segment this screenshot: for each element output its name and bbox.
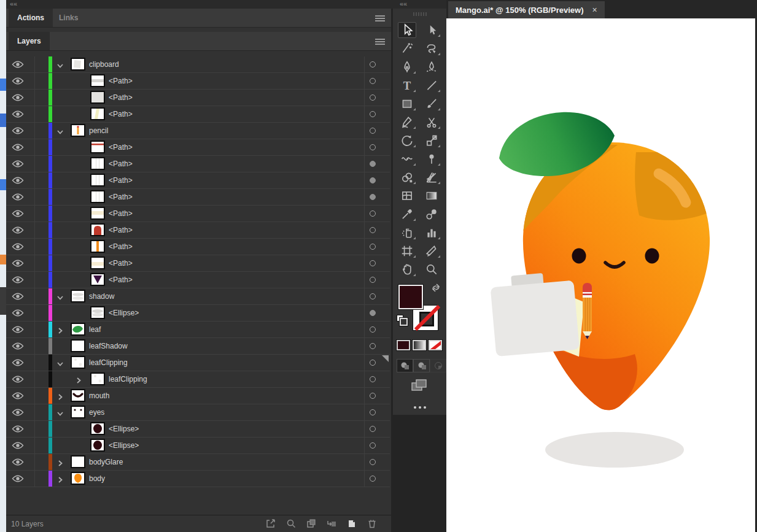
target-circle[interactable]	[370, 161, 376, 167]
layer-row[interactable]: shadow	[6, 288, 390, 305]
visibility-eye-icon[interactable]	[12, 242, 24, 251]
draw-behind-button[interactable]	[413, 359, 430, 372]
layer-row[interactable]: <Path>	[6, 206, 390, 222]
layer-name[interactable]: body	[89, 474, 105, 483]
visibility-eye-icon[interactable]	[12, 458, 24, 466]
color-button[interactable]	[397, 340, 410, 350]
visibility-eye-icon[interactable]	[12, 441, 24, 450]
layer-row[interactable]: <Path>	[6, 222, 390, 239]
layer-row[interactable]: leafClipping	[6, 355, 390, 371]
target-circle[interactable]	[370, 94, 376, 101]
layer-name[interactable]: <Path>	[109, 193, 133, 201]
curvature-tool[interactable]	[419, 58, 444, 76]
target-circle[interactable]	[370, 293, 376, 299]
layer-thumbnail[interactable]	[71, 58, 85, 71]
width-tool[interactable]	[395, 150, 419, 168]
layer-name[interactable]: leafClipping	[89, 358, 128, 367]
draw-normal-button[interactable]	[397, 359, 413, 372]
layer-thumbnail[interactable]	[90, 157, 105, 170]
make-clipping-mask-icon[interactable]	[306, 518, 317, 529]
visibility-eye-icon[interactable]	[12, 143, 24, 152]
layer-name[interactable]: pencil	[89, 126, 108, 135]
layer-name[interactable]: <Ellipse>	[109, 309, 139, 317]
layer-row[interactable]: <Path>	[6, 106, 390, 123]
paintbrush-tool[interactable]	[419, 94, 444, 113]
layer-thumbnail[interactable]	[71, 406, 85, 418]
layer-name[interactable]: shadow	[89, 292, 114, 301]
tab-layers[interactable]: Layers	[9, 32, 50, 50]
expand-chevron-icon[interactable]	[56, 458, 65, 466]
gradient-tool[interactable]	[419, 187, 444, 205]
visibility-eye-icon[interactable]	[12, 93, 24, 102]
target-circle[interactable]	[370, 409, 376, 415]
visibility-eye-icon[interactable]	[12, 325, 24, 334]
close-document-icon[interactable]: ×	[592, 6, 597, 14]
layer-thumbnail[interactable]	[71, 455, 85, 468]
artboard-tool[interactable]	[395, 242, 419, 260]
expand-chevron-icon[interactable]	[56, 475, 65, 482]
layer-row[interactable]: pencil	[6, 123, 390, 139]
visibility-eye-icon[interactable]	[12, 193, 24, 201]
layer-thumbnail[interactable]	[90, 256, 105, 269]
layer-row[interactable]: <Path>	[6, 189, 390, 206]
expand-chevron-icon[interactable]	[56, 293, 65, 300]
magic-wand-tool[interactable]	[395, 39, 419, 58]
target-circle[interactable]	[370, 111, 376, 117]
expand-chevron-icon[interactable]	[75, 376, 83, 383]
layer-thumbnail[interactable]	[71, 339, 85, 352]
layer-row[interactable]: <Ellipse>	[6, 438, 390, 454]
column-graph-tool[interactable]	[419, 223, 444, 242]
scissors-tool[interactable]	[419, 113, 444, 131]
layer-row[interactable]: <Path>	[6, 255, 390, 272]
target-circle[interactable]	[370, 376, 376, 382]
visibility-eye-icon[interactable]	[12, 391, 24, 400]
target-circle[interactable]	[370, 177, 376, 183]
selection-tool[interactable]	[395, 21, 419, 39]
layer-row[interactable]: <Ellipse>	[6, 421, 390, 438]
visibility-eye-icon[interactable]	[12, 408, 24, 417]
layer-row[interactable]: <Path>	[6, 90, 390, 106]
target-circle[interactable]	[370, 260, 376, 266]
layer-thumbnail[interactable]	[90, 107, 105, 120]
draw-inside-button[interactable]	[430, 359, 446, 372]
layer-thumbnail[interactable]	[90, 207, 105, 220]
rotate-tool[interactable]	[395, 131, 419, 150]
collapse-toolbar-icon[interactable]: ««	[395, 0, 407, 7]
locate-object-icon[interactable]	[285, 518, 297, 529]
layer-thumbnail[interactable]	[71, 290, 85, 303]
visibility-eye-icon[interactable]	[12, 209, 24, 218]
layer-thumbnail[interactable]	[90, 422, 105, 435]
layer-thumbnail[interactable]	[90, 439, 105, 452]
visibility-eye-icon[interactable]	[12, 160, 24, 168]
artboard-canvas[interactable]	[446, 18, 755, 532]
layer-thumbnail[interactable]	[90, 240, 105, 253]
target-circle[interactable]	[370, 360, 376, 366]
gradient-button[interactable]	[413, 340, 426, 350]
layer-thumbnail[interactable]	[71, 472, 85, 485]
target-circle[interactable]	[370, 194, 376, 200]
panel-menu-icon[interactable]	[375, 37, 385, 45]
target-circle[interactable]	[370, 326, 376, 333]
target-circle[interactable]	[370, 61, 376, 67]
target-circle[interactable]	[370, 227, 376, 233]
layer-name[interactable]: clipboard	[89, 60, 119, 69]
layer-thumbnail[interactable]	[90, 190, 105, 203]
layer-thumbnail[interactable]	[71, 356, 85, 369]
collapse-panels-icon[interactable]: ««	[10, 0, 17, 7]
layer-row[interactable]: mouth	[6, 388, 390, 404]
layer-row[interactable]: <Ellipse>	[6, 305, 390, 322]
target-circle[interactable]	[370, 310, 376, 316]
layer-row[interactable]: <Path>	[6, 73, 390, 90]
layer-name[interactable]: <Path>	[109, 110, 133, 118]
default-fill-stroke-icon[interactable]	[397, 315, 406, 325]
target-circle[interactable]	[370, 476, 376, 482]
layer-name[interactable]: leafClipping	[109, 375, 147, 384]
document-tab[interactable]: Mango.ai* @ 150% (RGB/Preview) ×	[448, 1, 605, 18]
layer-row[interactable]: leafClipping	[6, 371, 390, 388]
zoom-tool[interactable]	[419, 260, 444, 279]
layer-thumbnail[interactable]	[90, 273, 105, 286]
edit-toolbar-ellipsis[interactable]	[414, 406, 426, 409]
layer-name[interactable]: <Path>	[109, 143, 133, 152]
expand-chevron-icon[interactable]	[56, 409, 65, 416]
expand-chevron-icon[interactable]	[56, 127, 65, 134]
